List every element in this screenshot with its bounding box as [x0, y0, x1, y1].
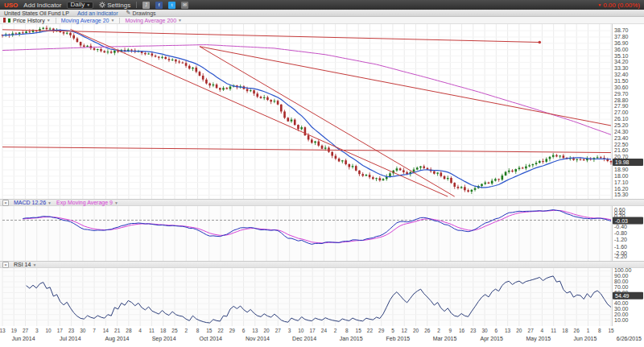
svg-text:31.50: 31.50	[614, 78, 629, 84]
date-tick: 20	[516, 328, 522, 333]
date-tick: 30	[80, 328, 85, 333]
rsi-label: RSI 14	[14, 262, 31, 267]
svg-text:18.90: 18.90	[614, 167, 629, 172]
macd-panel-chart[interactable]: 0.600.400.200.00-0.40-0.80-1.20-1.60-2.0…	[0, 206, 644, 261]
date-tick: 23	[68, 328, 74, 333]
chevron-down-icon: ▼	[114, 200, 118, 205]
date-tick: 22	[367, 328, 373, 333]
svg-text:24.30: 24.30	[614, 129, 629, 134]
drawings-label: Drawings	[132, 10, 155, 16]
date-tick: 30	[481, 328, 487, 333]
twitter-icon[interactable]: t	[168, 2, 175, 9]
macd-dropdown[interactable]: MACD 12.26 ▼	[14, 200, 52, 205]
add-indicator-button[interactable]: Add Indicator	[23, 2, 61, 9]
down-arrow-icon: ▼	[597, 2, 601, 7]
ma20-dropdown[interactable]: Moving Average 20 ▼	[61, 18, 115, 23]
facebook-icon[interactable]: f	[155, 2, 163, 9]
rsi-panel-header: × RSI 14 ▼	[0, 261, 644, 268]
macd-close-button[interactable]: ×	[2, 200, 9, 206]
candle-icon	[8, 19, 10, 23]
svg-text:37.80: 37.80	[614, 34, 629, 39]
month-label: May 2015	[526, 336, 551, 341]
date-tick: 27	[23, 328, 28, 333]
date-tick: 8	[598, 328, 601, 333]
svg-text:18.00: 18.00	[614, 173, 629, 179]
ma200-label: Moving Average 200	[125, 18, 176, 23]
date-tick: 7	[93, 328, 96, 333]
symbol-subbar: United States Oil Fund LP Add an indicat…	[0, 10, 644, 17]
month-label: Aug 2014	[105, 336, 129, 341]
date-tick: 12	[402, 328, 407, 333]
app-window: USO Add Indicator Daily ▼ Settings ⤴ f t…	[0, 0, 644, 347]
share-icon[interactable]: ⤴	[142, 2, 150, 9]
timeframe-dropdown[interactable]: Daily ▼	[67, 2, 93, 9]
svg-text:15.30: 15.30	[614, 192, 629, 197]
timeframe-value: Daily	[70, 2, 85, 8]
svg-text:-2.20: -2.20	[614, 254, 627, 259]
svg-text:29.70: 29.70	[614, 91, 629, 97]
month-label: Dec 2014	[292, 336, 316, 341]
month-label: Mar 2015	[433, 336, 457, 341]
date-tick: 19	[11, 328, 17, 333]
rsi-close-button[interactable]: ×	[2, 262, 9, 268]
gear-icon	[99, 2, 105, 8]
date-tick: 3	[288, 328, 291, 333]
svg-text:-0.40: -0.40	[614, 224, 627, 229]
svg-text:16.20: 16.20	[614, 186, 629, 192]
date-tick: 18	[562, 328, 568, 333]
macd-label: MACD 12.26	[14, 200, 46, 205]
date-tick: 8	[345, 328, 349, 333]
svg-text:32.40: 32.40	[614, 72, 629, 77]
drawings-button[interactable]: ✎ Drawings	[126, 10, 156, 16]
chevron-down-icon: ▼	[178, 18, 182, 23]
svg-text:-1.20: -1.20	[614, 237, 627, 242]
date-tick: 3	[35, 328, 39, 333]
date-tick: 8	[196, 328, 200, 333]
settings-button[interactable]: Settings	[99, 2, 130, 9]
add-indicator-link[interactable]: Add an indicator	[77, 10, 118, 16]
email-icon[interactable]: ✉	[181, 2, 188, 9]
svg-text:21.60: 21.60	[614, 147, 629, 153]
date-tick: 15	[206, 328, 212, 333]
chevron-down-icon: ▼	[110, 18, 114, 23]
legend-divider	[119, 18, 120, 23]
chevron-down-icon: ▼	[32, 262, 36, 267]
macd-signal-dropdown[interactable]: Exp Moving Average 9 ▼	[56, 200, 118, 205]
main-price-chart[interactable]: 38.7037.8036.9036.0035.1034.2033.3032.40…	[0, 24, 644, 199]
date-axis: 1319273101723307142128411182528152229613…	[0, 326, 644, 347]
date-tick: 29	[378, 328, 384, 333]
date-tick: 5	[391, 328, 394, 333]
date-tick: 17	[57, 328, 63, 333]
price-history-label: Price History	[13, 18, 45, 23]
price-history-dropdown[interactable]: Price History ▼	[3, 18, 51, 23]
date-tick: 27	[528, 328, 534, 333]
date-tick: 29	[229, 328, 235, 333]
ma20-label: Moving Average 20	[61, 18, 109, 23]
month-label: Nov 2014	[246, 336, 270, 341]
month-label: Feb 2015	[386, 336, 411, 341]
svg-text:17.10: 17.10	[614, 180, 629, 185]
legend-divider	[56, 18, 56, 23]
quote-change: ▼ 0.00 (0.00%)	[597, 2, 640, 9]
pencil-icon: ✎	[126, 10, 131, 16]
indicator-legend-bar: Price History ▼ Moving Average 20 ▼ Movi…	[0, 17, 644, 24]
end-date-label: 6/26/2015	[617, 336, 642, 341]
ma200-dropdown[interactable]: Moving Average 200 ▼	[125, 18, 182, 23]
date-tick: 21	[114, 328, 120, 333]
date-tick: 4	[541, 328, 544, 333]
chevron-down-icon: ▼	[47, 18, 51, 23]
rsi-panel-chart[interactable]: 100.0090.0080.0070.0060.0050.0040.0030.0…	[0, 268, 644, 326]
fund-name: United States Oil Fund LP	[4, 10, 69, 16]
svg-text:26.10: 26.10	[614, 116, 629, 122]
month-label: Jun 2014	[12, 336, 35, 341]
date-tick: 27	[275, 328, 281, 333]
settings-label: Settings	[107, 2, 130, 9]
svg-text:27.90: 27.90	[614, 103, 629, 109]
date-tick: 4	[138, 328, 142, 333]
svg-text:-1.60: -1.60	[614, 244, 627, 250]
rsi-dropdown[interactable]: RSI 14 ▼	[14, 262, 36, 267]
top-toolbar: USO Add Indicator Daily ▼ Settings ⤴ f t…	[0, 0, 644, 10]
date-tick: 2	[184, 328, 188, 333]
date-tick: 6	[495, 328, 498, 333]
date-tick: 26	[424, 328, 430, 333]
